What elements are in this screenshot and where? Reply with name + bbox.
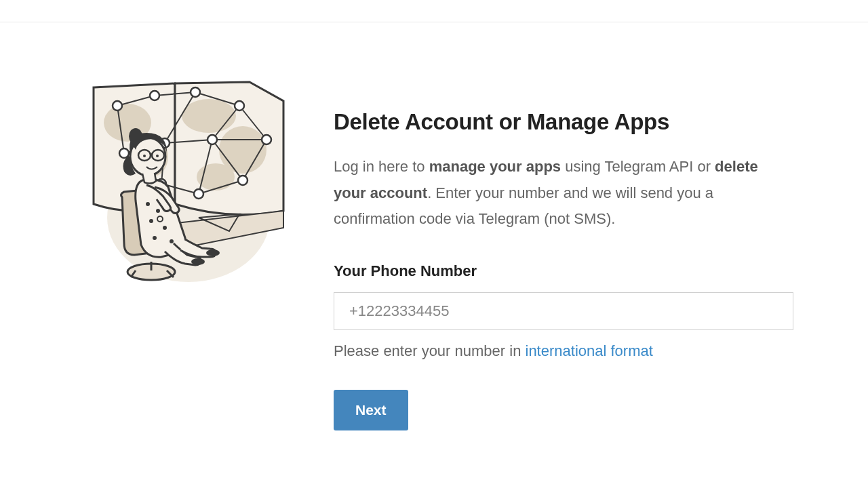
description-emphasis: manage your apps	[429, 158, 561, 175]
svg-point-33	[194, 189, 203, 199]
svg-point-27	[262, 135, 271, 144]
svg-point-26	[235, 101, 244, 111]
svg-point-42	[153, 236, 157, 240]
svg-point-52	[156, 155, 159, 157]
phone-help-text: Please enter your number in internationa…	[334, 342, 793, 360]
svg-point-45	[206, 249, 220, 256]
svg-point-39	[156, 209, 160, 213]
next-button[interactable]: Next	[334, 390, 408, 430]
help-text-part: Please enter your number in	[334, 342, 526, 359]
svg-point-43	[170, 239, 174, 243]
svg-point-3	[182, 99, 236, 133]
svg-point-25	[191, 87, 200, 97]
svg-point-44	[191, 258, 205, 265]
svg-point-23	[113, 101, 122, 111]
svg-point-24	[150, 91, 159, 100]
main-container: Delete Account or Manage Apps Log in her…	[0, 22, 868, 430]
svg-point-51	[143, 155, 146, 157]
phone-input[interactable]	[334, 292, 793, 330]
svg-point-40	[149, 219, 153, 223]
illustration	[87, 75, 290, 430]
svg-point-38	[146, 202, 150, 206]
description-part: Log in here to	[334, 158, 429, 175]
svg-point-41	[163, 226, 167, 230]
international-format-link[interactable]: international format	[526, 342, 653, 359]
content-column: Delete Account or Manage Apps Log in her…	[334, 75, 793, 430]
svg-point-28	[119, 148, 129, 158]
svg-point-31	[238, 176, 248, 185]
svg-point-47	[129, 128, 142, 144]
telegram-illustration-icon	[87, 75, 290, 285]
description-part: using Telegram API or	[561, 158, 715, 175]
page-title: Delete Account or Manage Apps	[334, 109, 793, 135]
phone-label: Your Phone Number	[334, 262, 793, 280]
svg-point-30	[208, 135, 217, 144]
description-text: Log in here to manage your apps using Te…	[334, 154, 793, 233]
